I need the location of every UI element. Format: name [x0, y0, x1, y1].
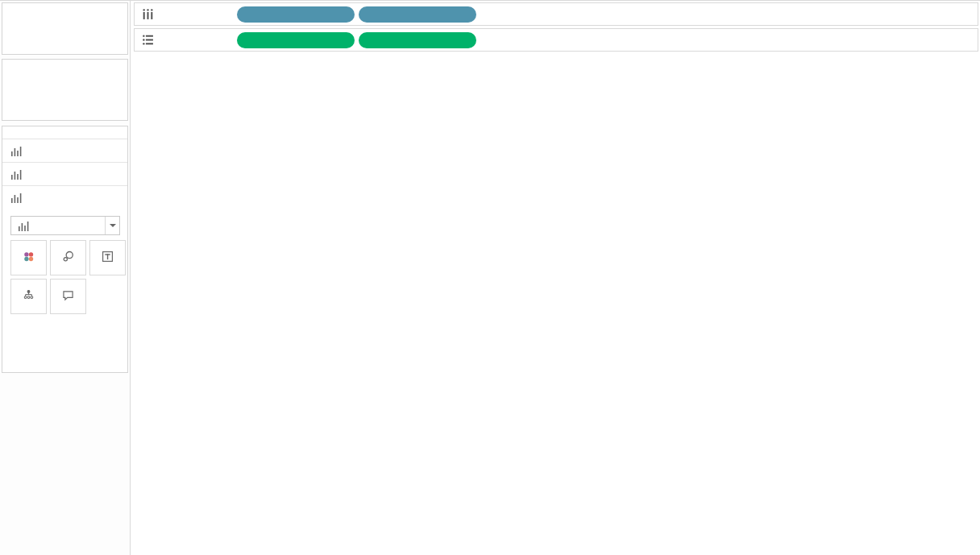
chart-area	[131, 53, 980, 555]
sidebar-divider	[130, 1, 131, 555]
detail-button[interactable]	[10, 279, 47, 314]
columns-pills	[235, 6, 476, 23]
marks-card	[2, 126, 128, 373]
rows-icon	[142, 34, 154, 46]
color-button[interactable]	[10, 240, 47, 275]
columns-shelf-label	[135, 3, 235, 25]
pill-region[interactable]	[237, 6, 355, 23]
pill-sum-sales[interactable]	[237, 32, 355, 48]
mini-bar-chart-icon	[18, 220, 29, 231]
chevron-down-icon	[110, 224, 116, 227]
color-icon	[23, 251, 35, 263]
pill-segment[interactable]	[359, 6, 476, 23]
dropdown-caret-button[interactable]	[105, 217, 119, 234]
mini-bar-chart-icon	[10, 168, 22, 180]
mark-type-dropdown[interactable]	[10, 216, 120, 235]
tooltip-icon	[62, 289, 74, 301]
size-button[interactable]	[50, 240, 86, 275]
size-icon	[62, 251, 74, 263]
left-sidebar	[0, 1, 130, 555]
text-label-icon	[102, 251, 114, 263]
detail-icon	[23, 289, 35, 301]
tooltip-button[interactable]	[50, 279, 86, 314]
pill-window-sum[interactable]	[359, 32, 476, 48]
marks-item-window-sum[interactable]	[2, 185, 127, 209]
rows-shelf-label	[135, 29, 235, 51]
label-button[interactable]	[89, 240, 126, 275]
marks-item-all[interactable]	[2, 139, 127, 162]
marks-label	[2, 126, 127, 134]
columns-icon	[142, 8, 154, 20]
marks-item-sum-sales[interactable]	[2, 162, 127, 185]
filters-card[interactable]	[2, 59, 128, 121]
rows-shelf[interactable]	[134, 28, 978, 52]
rows-pills	[235, 32, 476, 48]
filters-label	[2, 60, 127, 67]
worksheet-canvas	[131, 53, 980, 555]
mini-bar-chart-icon	[10, 145, 22, 156]
marks-buttons	[10, 240, 127, 314]
pages-card[interactable]	[2, 2, 128, 55]
columns-shelf[interactable]	[134, 2, 978, 26]
mini-bar-chart-icon	[10, 192, 22, 203]
pages-label	[2, 3, 127, 10]
